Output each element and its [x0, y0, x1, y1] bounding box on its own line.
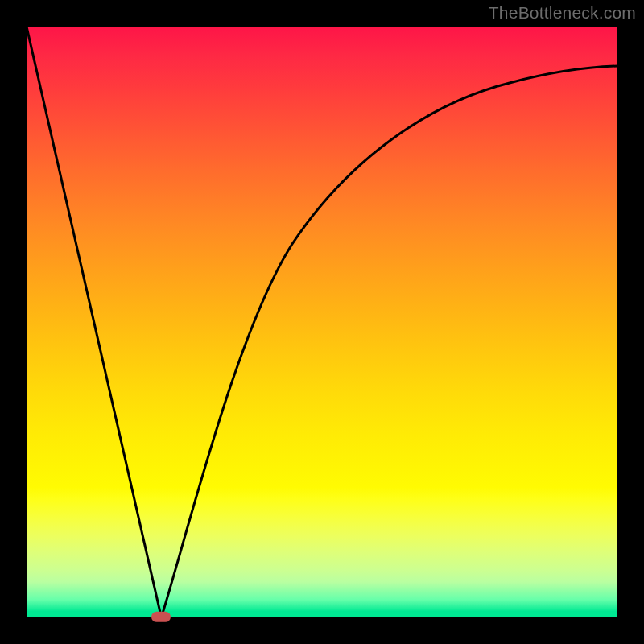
watermark-text: TheBottleneck.com — [489, 3, 636, 23]
plot-area — [27, 27, 617, 617]
bottleneck-curve — [27, 27, 617, 617]
optimal-marker — [151, 612, 171, 622]
curve-path — [27, 27, 617, 617]
chart-frame: TheBottleneck.com — [0, 0, 644, 644]
